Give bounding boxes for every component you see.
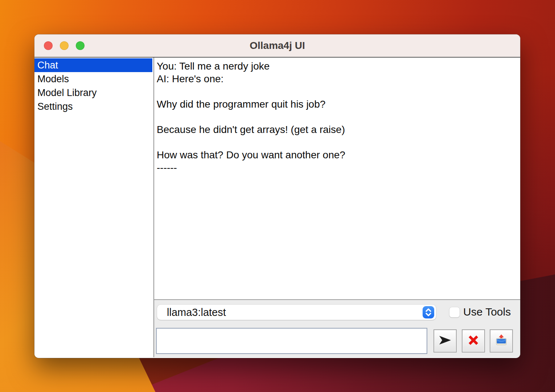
zoom-button[interactable]: [76, 41, 85, 50]
bottom-panel: llama3:latest Use Tools: [154, 299, 520, 357]
send-button[interactable]: [433, 329, 457, 353]
red-x-icon: [467, 334, 480, 348]
stepper-chevrons-icon: [423, 306, 434, 318]
model-select[interactable]: llama3:latest: [157, 305, 436, 320]
outbox-icon: [494, 333, 509, 349]
use-tools-checkbox[interactable]: [449, 307, 460, 317]
app-window: Ollama4j UI Chat Models Model Library Se…: [34, 34, 520, 358]
sidebar-item-model-library[interactable]: Model Library: [34, 86, 152, 100]
upload-button[interactable]: [490, 329, 513, 353]
chat-transcript[interactable]: You: Tell me a nerdy joke AI: Here's one…: [154, 58, 520, 299]
send-arrow-icon: [438, 335, 452, 347]
close-button[interactable]: [44, 41, 53, 50]
sidebar: Chat Models Model Library Settings: [34, 58, 154, 357]
use-tools-label: Use Tools: [463, 306, 511, 318]
sidebar-item-settings[interactable]: Settings: [34, 100, 152, 113]
titlebar[interactable]: Ollama4j UI: [34, 34, 520, 58]
model-select-value: llama3:latest: [157, 306, 226, 318]
window-title: Ollama4j UI: [250, 40, 305, 51]
minimize-button[interactable]: [60, 41, 69, 50]
sidebar-item-models[interactable]: Models: [34, 72, 152, 86]
sidebar-item-chat[interactable]: Chat: [34, 58, 152, 72]
clear-button[interactable]: [462, 329, 485, 353]
message-input[interactable]: [156, 328, 427, 354]
